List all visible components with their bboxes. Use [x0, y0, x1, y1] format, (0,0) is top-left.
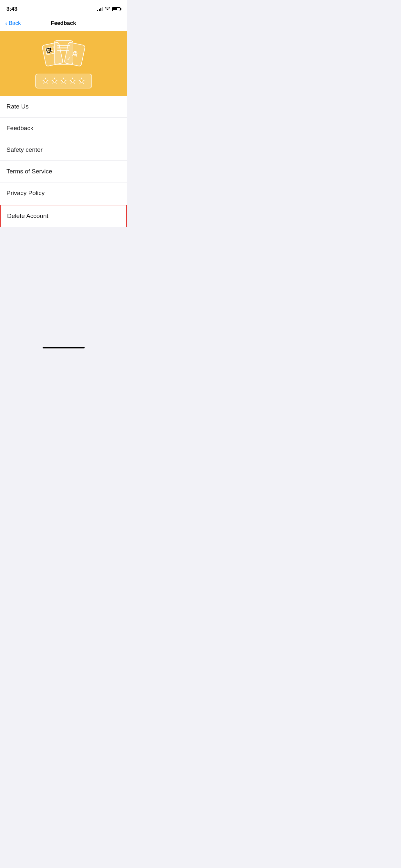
menu-item-feedback[interactable]: Feedback — [0, 118, 127, 139]
svg-point-3 — [74, 52, 76, 54]
star-5: ★ — [79, 77, 85, 85]
menu-item-delete-account[interactable]: Delete Account — [0, 205, 127, 227]
menu-item-feedback-label: Feedback — [6, 125, 33, 132]
menu-item-terms-of-service[interactable]: Terms of Service — [0, 161, 127, 182]
page-title: Feedback — [51, 20, 76, 27]
status-bar: 3:43 — [0, 0, 127, 16]
cards-illustration: ✓ — [41, 39, 86, 71]
back-button[interactable]: ‹ Back — [5, 20, 21, 27]
back-chevron-icon: ‹ — [5, 20, 7, 27]
menu-item-rate-us-label: Rate Us — [6, 103, 29, 110]
home-bar — [42, 347, 85, 348]
star-4: ★ — [69, 77, 76, 85]
wifi-icon — [105, 6, 110, 11]
star-1: ★ — [42, 77, 49, 85]
menu-item-privacy-policy-label: Privacy Policy — [6, 190, 44, 197]
star-3: ★ — [60, 77, 67, 85]
status-time: 3:43 — [6, 6, 18, 12]
nav-bar: ‹ Back Feedback — [0, 16, 127, 31]
bottom-area — [0, 227, 127, 340]
menu-item-safety-center-label: Safety center — [6, 146, 42, 153]
hero-content: ✓ ★ ★ ★ ★ ★ — [35, 39, 92, 89]
menu-item-rate-us[interactable]: Rate Us — [0, 96, 127, 118]
star-2: ★ — [51, 77, 58, 85]
hero-banner: ✓ ★ ★ ★ ★ ★ — [0, 31, 127, 96]
menu-item-safety-center[interactable]: Safety center — [0, 139, 127, 161]
menu-item-delete-account-label: Delete Account — [7, 213, 49, 220]
menu-item-terms-of-service-label: Terms of Service — [6, 168, 52, 175]
home-indicator — [0, 340, 127, 352]
menu-item-privacy-policy[interactable]: Privacy Policy — [0, 182, 127, 204]
back-label: Back — [9, 20, 21, 27]
stars-container: ★ ★ ★ ★ ★ — [35, 73, 92, 89]
signal-icon — [97, 7, 103, 11]
status-icons — [97, 6, 120, 11]
menu-list: Rate Us Feedback Safety center Terms of … — [0, 96, 127, 227]
battery-icon — [112, 7, 120, 11]
